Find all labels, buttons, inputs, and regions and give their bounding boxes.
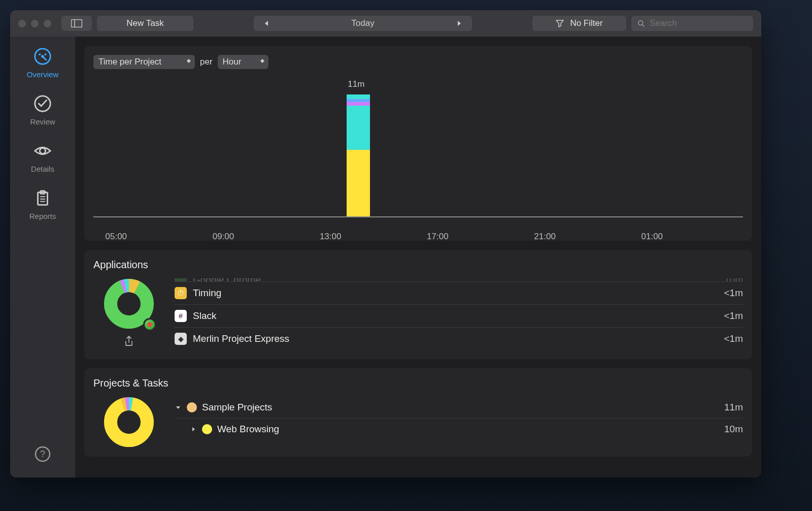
eye-icon [33, 141, 52, 161]
project-name: Web Browsing [217, 424, 279, 435]
applications-panel: Applications [84, 250, 752, 359]
traffic-lights [18, 20, 51, 27]
disclosure-triangle-collapsed[interactable] [190, 426, 197, 433]
search-input[interactable] [650, 18, 747, 28]
share-button[interactable] [124, 335, 134, 349]
granularity-select[interactable]: Hour [218, 55, 268, 69]
date-navigation: Today [254, 16, 472, 31]
triangle-left-icon [264, 20, 269, 26]
clipboard-icon [33, 188, 52, 208]
date-next-button[interactable] [447, 16, 472, 31]
app-name: Merlin Project Express [193, 333, 289, 344]
projects-donut[interactable] [104, 397, 154, 448]
timing-app-icon: ⏱ [175, 287, 187, 299]
sidebar-icon [71, 19, 82, 27]
project-color-swatch [187, 402, 197, 412]
chart-panel: Time per Project per Hour 11m 0 [84, 46, 752, 241]
project-row[interactable]: Web Browsing 10m [175, 418, 743, 440]
x-tick: 21:00 [534, 232, 556, 242]
date-prev-button[interactable] [254, 16, 279, 31]
x-tick: 17:00 [427, 232, 449, 242]
app-row[interactable]: # Slack <1m [175, 304, 743, 327]
bar-segment [347, 150, 370, 216]
app-name: Slack [193, 310, 216, 322]
applications-list: Google Chrome 10m ⏱ Timing <1m # Slack <… [175, 278, 743, 350]
sidebar: Overview Review Details Reports ? [10, 37, 75, 477]
sidebar-label: Details [31, 165, 54, 173]
checkmark-circle-icon [33, 94, 52, 113]
svg-point-5 [39, 53, 41, 55]
filter-button[interactable]: No Filter [532, 16, 626, 31]
bar-segment [347, 106, 370, 150]
app-name: Google Chrome [193, 278, 261, 281]
bar-segment [347, 94, 370, 99]
triangle-down-icon [175, 404, 181, 410]
svg-point-20 [122, 415, 136, 429]
sidebar-item-review[interactable]: Review [30, 94, 55, 126]
app-row[interactable]: ⏱ Timing <1m [175, 281, 743, 304]
disclosure-triangle-expanded[interactable] [175, 404, 182, 411]
chrome-badge-icon [143, 318, 156, 331]
new-task-button[interactable]: New Task [97, 16, 193, 31]
svg-rect-0 [72, 20, 82, 27]
app-row-partial[interactable]: Google Chrome 10m [175, 278, 743, 281]
project-color-swatch [202, 424, 212, 434]
applications-donut[interactable] [104, 278, 154, 329]
sidebar-item-overview[interactable]: Overview [27, 47, 59, 79]
sidebar-label: Overview [27, 70, 59, 79]
x-axis [93, 216, 743, 217]
question-circle-icon: ? [34, 445, 51, 463]
applications-donut-wrap [93, 278, 164, 350]
app-time: 10m [724, 278, 743, 281]
help-button[interactable]: ? [34, 445, 51, 465]
minimize-window-button[interactable] [31, 20, 39, 27]
svg-point-2 [638, 21, 643, 25]
x-tick: 09:00 [213, 232, 234, 242]
date-today-button[interactable]: Today [279, 16, 447, 31]
per-label: per [200, 57, 213, 67]
sidebar-label: Review [30, 117, 55, 126]
sidebar-toggle-button[interactable] [61, 16, 92, 31]
close-window-button[interactable] [18, 20, 26, 27]
metric-select[interactable]: Time per Project [93, 55, 195, 69]
project-row[interactable]: Sample Projects 11m [175, 397, 743, 418]
chart-area: 11m 05:00 09:00 13:00 17:00 21: [93, 79, 743, 232]
maximize-window-button[interactable] [44, 20, 51, 27]
triangle-right-icon [457, 20, 462, 26]
sidebar-label: Reports [29, 212, 56, 220]
app-name: Timing [193, 288, 221, 299]
x-tick: 05:00 [106, 232, 127, 242]
x-tick: 13:00 [320, 232, 342, 242]
triangle-right-icon [190, 426, 196, 432]
chart-bar[interactable] [347, 94, 370, 216]
project-name: Sample Projects [202, 402, 272, 413]
sidebar-item-details[interactable]: Details [31, 141, 54, 173]
app-time: <1m [724, 288, 743, 299]
app-time: <1m [724, 333, 743, 344]
merlin-app-icon: ◆ [175, 333, 187, 345]
app-row[interactable]: ◆ Merlin Project Express <1m [175, 327, 743, 350]
svg-text:?: ? [40, 449, 45, 459]
svg-point-6 [45, 53, 47, 55]
projects-title: Projects & Tasks [93, 377, 743, 389]
filter-label: No Filter [570, 18, 602, 28]
projects-panel: Projects & Tasks [84, 368, 752, 457]
project-time: 10m [724, 424, 743, 435]
applications-title: Applications [93, 259, 743, 271]
svg-point-9 [40, 148, 45, 153]
projects-donut-wrap [93, 397, 164, 448]
gauge-icon [33, 47, 52, 66]
svg-line-3 [642, 25, 645, 27]
chart-controls: Time per Project per Hour [93, 55, 743, 69]
projects-list: Sample Projects 11m Web Browsing 10m [175, 397, 743, 448]
titlebar: New Task Today No Filter [10, 10, 761, 37]
search-box[interactable] [631, 16, 753, 31]
search-icon [637, 19, 645, 27]
bar-total-label: 11m [344, 79, 369, 89]
x-tick: 01:00 [641, 232, 663, 242]
sidebar-item-reports[interactable]: Reports [29, 188, 56, 220]
slack-app-icon: # [175, 310, 187, 322]
app-icon [175, 278, 187, 281]
project-time: 11m [724, 402, 743, 413]
app-time: <1m [724, 310, 743, 322]
